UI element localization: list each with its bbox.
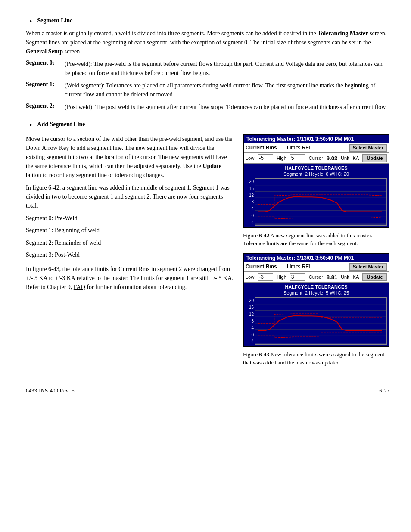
fig43-unit-val: KA xyxy=(353,274,359,280)
fig42-chart-title: HALFCYCLE TOLERANCES xyxy=(246,165,387,171)
bullet-dot: • xyxy=(29,17,32,26)
fig42-select-master-button[interactable]: Select Master xyxy=(349,144,387,152)
fig43-chart-title: HALFCYCLE TOLERANCES xyxy=(246,284,387,289)
y43-label-0: 0 xyxy=(246,333,254,337)
fig43-cursor-unit: Cursor 8.81 Unit KA xyxy=(309,274,359,280)
fig43-high-input[interactable] xyxy=(290,273,305,281)
fig42-row1: Current Rms Limits REL Select Master xyxy=(244,143,389,153)
fig43-update-button[interactable]: Update xyxy=(362,273,387,281)
fig42-cursor-val: 9.03 xyxy=(327,155,337,162)
add-segment-line-section: • Add Segment Line Move the cursor to a … xyxy=(26,121,389,373)
add-segment-para3: In figure 6-43, the tolerance limits for… xyxy=(26,264,234,292)
fig42-unit-label: Unit xyxy=(341,156,349,161)
y-label-12: 12 xyxy=(246,193,254,198)
y43-label-12: 12 xyxy=(246,312,254,317)
fig42-y-axis: 20 16 12 8 4 0 -4 xyxy=(246,178,255,226)
segment-2-row: Segment 2: (Post weld): The post weld is… xyxy=(26,103,389,112)
fig43-y-axis: 20 16 12 8 4 0 -4 xyxy=(246,297,255,345)
y43-label-16: 16 xyxy=(246,305,254,310)
fig42-high-label: High xyxy=(277,156,286,161)
segment-line-section: • Segment Line When a master is original… xyxy=(26,17,389,115)
fig43-low-high: Low High xyxy=(246,273,305,281)
fig42-limits-rel: Limits REL xyxy=(284,145,349,151)
bullet-dot-2: • xyxy=(29,121,32,130)
add-segment-para1: Move the cursor to a section of the weld… xyxy=(26,134,234,180)
y-label-neg4: -4 xyxy=(246,220,254,225)
y-label-8: 8 xyxy=(246,199,254,204)
fig43-select-master-button[interactable]: Select Master xyxy=(349,263,387,271)
fig42-low-label: Low xyxy=(246,156,254,161)
fig42-title-bar: Tolerancing Master: 3/13/01 3:50:40 PM M… xyxy=(244,135,389,143)
fig42-chart-container: 20 16 12 8 4 0 -4 xyxy=(246,178,387,226)
list-item-2: Segment 2: Remainder of weld xyxy=(26,238,234,248)
left-column: Move the cursor to a section of the weld… xyxy=(26,134,234,373)
y43-label-20: 20 xyxy=(246,298,254,303)
segment-line-header: • Segment Line xyxy=(26,17,389,26)
segment-1-text: (Weld segment): Tolerances are placed on… xyxy=(65,81,389,99)
fig42-cursor-label: Cursor xyxy=(309,156,323,161)
add-segment-para2: In figure 6-42, a segment line was added… xyxy=(26,183,234,210)
footer-right: 6-27 xyxy=(379,387,389,394)
segment-0-text: (Pre-weld): The pre-weld is the segment … xyxy=(65,59,389,78)
page-footer: 0433-INS-400 Rev. E 6-27 xyxy=(26,387,389,394)
y-label-16: 16 xyxy=(246,186,254,191)
fig43-chart-subtitle: Segment: 2 Hcycle: 5 WHC: 25 xyxy=(246,290,387,296)
fig43-chart-svg xyxy=(255,298,386,344)
segment-2-label: Segment 2: xyxy=(26,103,65,112)
fig43-row1: Current Rms Limits REL Select Master xyxy=(244,262,389,272)
fig43-chart-area: HALFCYCLE TOLERANCES Segment: 2 Hcycle: … xyxy=(244,283,389,346)
y-label-4: 4 xyxy=(246,206,254,211)
fig42-low-input[interactable] xyxy=(258,154,273,162)
y-label-0: 0 xyxy=(246,213,254,218)
fig42-row2: Low High Cursor 9.03 Unit KA Update xyxy=(244,153,389,164)
add-segment-line-title: Add Segment Line xyxy=(37,121,85,128)
list-item-3: Segment 3: Post-Weld xyxy=(26,250,234,260)
fig42-cursor-unit: Cursor 9.03 Unit KA xyxy=(309,155,359,162)
fig43-cursor-val: 8.81 xyxy=(327,274,337,280)
fig43-unit-label: Unit xyxy=(341,274,349,280)
fig43-current-rms: Current Rms xyxy=(246,264,284,270)
fig42-update-button[interactable]: Update xyxy=(362,154,387,162)
right-column: Tolerancing Master: 3/13/01 3:50:40 PM M… xyxy=(243,134,389,373)
fig42-current-rms: Current Rms xyxy=(246,145,284,151)
y-label-20: 20 xyxy=(246,179,254,184)
list-item-1: Segment 1: Beginning of weld xyxy=(26,226,234,235)
fig43-high-label: High xyxy=(277,274,286,280)
segment-2-text: (Post weld): The post weld is the segmen… xyxy=(65,103,389,112)
fig43-low-input[interactable] xyxy=(258,273,273,281)
fig43-chart-plot xyxy=(255,297,387,345)
footer-left: 0433-INS-400 Rev. E xyxy=(26,387,75,394)
segment-line-intro: When a master is originally created, a w… xyxy=(26,29,389,56)
segment-line-title: Segment Line xyxy=(37,17,72,24)
segment-1-label: Segment 1: xyxy=(26,81,65,99)
figure-43-panel: Tolerancing Master: 3/13/01 3:50:40 PM M… xyxy=(243,253,389,347)
fig42-chart-svg xyxy=(255,179,386,225)
y43-label-8: 8 xyxy=(246,319,254,324)
two-col-layout: Move the cursor to a section of the weld… xyxy=(26,134,389,373)
fig42-unit-val: KA xyxy=(353,156,359,161)
add-segment-line-header: • Add Segment Line xyxy=(26,121,389,130)
fig42-chart-area: HALFCYCLE TOLERANCES Segment: 2 Hcycle: … xyxy=(244,164,389,227)
fig43-cursor-label: Cursor xyxy=(309,274,323,280)
fig43-caption: Figure 6-43 New tolerance limits were as… xyxy=(243,351,389,366)
fig43-row2: Low High Cursor 8.81 Unit KA Update xyxy=(244,272,389,283)
fig42-low-high: Low High xyxy=(246,154,305,162)
fig42-chart-plot xyxy=(255,178,387,226)
fig43-chart-container: 20 16 12 8 4 0 -4 xyxy=(246,297,387,345)
fig43-limits-rel: Limits REL xyxy=(284,264,349,270)
page-content: • Segment Line When a master is original… xyxy=(26,17,389,394)
fig43-low-label: Low xyxy=(246,274,254,280)
fig42-caption: Figure 6-42 A new segment line was added… xyxy=(243,232,389,247)
segment-list: Segment 0: Pre-Weld Segment 1: Beginning… xyxy=(26,214,234,260)
y43-label-4: 4 xyxy=(246,326,254,330)
fig42-high-input[interactable] xyxy=(290,154,305,162)
segment-0-row: Segment 0: (Pre-weld): The pre-weld is t… xyxy=(26,59,389,78)
figure-42-panel: Tolerancing Master: 3/13/01 3:50:40 PM M… xyxy=(243,134,389,228)
fig42-chart-subtitle: Segment: 2 Hcycle: 0 WHC: 20 xyxy=(246,171,387,177)
fig43-title-bar: Tolerancing Master: 3/13/01 3:50:40 PM M… xyxy=(244,254,389,262)
segment-1-row: Segment 1: (Weld segment): Tolerances ar… xyxy=(26,81,389,99)
y43-label-neg4: -4 xyxy=(246,339,254,344)
list-item-0: Segment 0: Pre-Weld xyxy=(26,214,234,223)
segment-0-label: Segment 0: xyxy=(26,59,65,78)
